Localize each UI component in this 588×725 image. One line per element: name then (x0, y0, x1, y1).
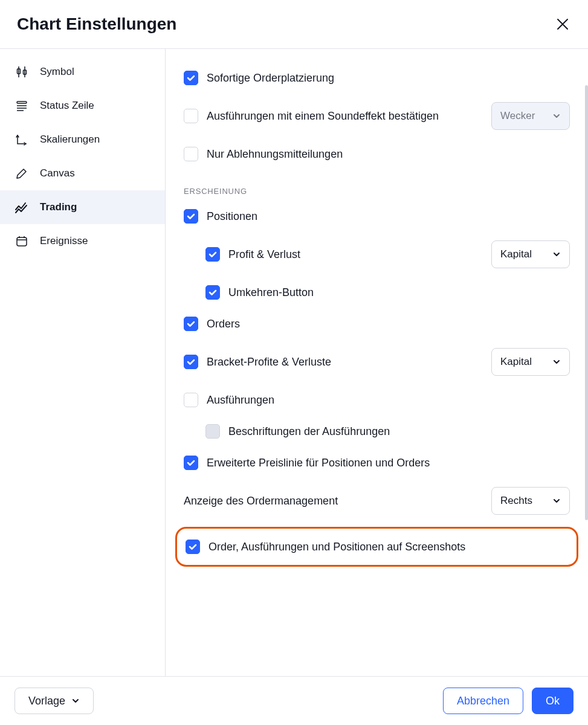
label-instant-order: Sofortige Orderplatzierung (207, 72, 334, 85)
label-executions: Ausführungen (207, 394, 274, 407)
checkbox-orders[interactable] (184, 317, 198, 331)
checkbox-orders-on-screenshots[interactable] (186, 540, 200, 554)
checkbox-execution-labels[interactable] (205, 424, 220, 439)
sidebar-item-label: Skalierungen (40, 134, 100, 146)
candlestick-icon (13, 63, 30, 80)
checkbox-positions[interactable] (184, 209, 198, 224)
select-order-management[interactable]: Rechts (491, 487, 570, 515)
label-bracket: Bracket-Profite & Verluste (207, 356, 331, 369)
template-label: Vorlage (28, 695, 65, 707)
sidebar-item-label: Ereignisse (40, 235, 88, 247)
ok-button[interactable]: Ok (532, 688, 573, 714)
select-value: Rechts (500, 495, 532, 507)
highlighted-setting: Order, Ausführungen und Positionen auf S… (175, 527, 578, 567)
pencil-icon (13, 165, 30, 182)
close-icon (556, 18, 569, 31)
label-order-management: Anzeige des Ordermanagement (184, 495, 338, 507)
sidebar-item-label: Symbol (40, 66, 74, 78)
select-sound[interactable]: Wecker (491, 102, 570, 130)
chevron-down-icon (552, 497, 561, 505)
checkbox-sound-confirm[interactable] (184, 109, 198, 123)
label-sound-confirm: Ausführungen mit einem Soundeffekt bestä… (207, 110, 439, 123)
label-profit-loss: Profit & Verlust (228, 248, 300, 261)
chevron-down-icon (552, 112, 561, 120)
chevron-down-icon (552, 358, 561, 366)
select-value: Wecker (500, 110, 535, 122)
sidebar-item-trading[interactable]: Trading (0, 190, 165, 224)
trading-icon (13, 199, 30, 216)
select-value: Kapital (500, 248, 532, 260)
label-reject-only: Nur Ablehnungsmitteilungen (207, 148, 343, 161)
sidebar-item-events[interactable]: Ereignisse (0, 224, 165, 258)
scrollbar[interactable] (585, 85, 588, 520)
settings-panel: Sofortige Orderplatzierung Ausführungen … (166, 49, 588, 676)
sidebar-item-canvas[interactable]: Canvas (0, 156, 165, 190)
axes-icon (13, 131, 30, 148)
label-positions: Positionen (207, 210, 257, 223)
sidebar-item-label: Canvas (40, 167, 75, 179)
checkbox-reverse-button[interactable] (205, 285, 220, 300)
label-orders-on-screenshots: Order, Ausführungen und Positionen auf S… (208, 541, 465, 553)
dialog-title: Chart Einstellungen (17, 14, 176, 34)
close-button[interactable] (554, 16, 571, 33)
template-button[interactable]: Vorlage (15, 688, 94, 714)
checkbox-reject-only[interactable] (184, 147, 198, 161)
sidebar: Symbol Status Zeile Skalierungen (0, 49, 166, 676)
select-value: Kapital (500, 356, 532, 368)
chevron-down-icon (552, 250, 561, 259)
chevron-down-icon (71, 697, 80, 705)
checkbox-bracket[interactable] (184, 355, 198, 369)
calendar-icon (13, 233, 30, 250)
cancel-button[interactable]: Abbrechen (443, 688, 523, 714)
label-extended-priceline: Erweiterte Preislinie für Positionen und… (207, 457, 430, 469)
lines-icon (13, 97, 30, 114)
svg-rect-4 (17, 102, 27, 103)
sidebar-item-scales[interactable]: Skalierungen (0, 123, 165, 156)
checkbox-extended-priceline[interactable] (184, 456, 198, 470)
checkbox-instant-order[interactable] (184, 71, 198, 85)
select-profit-loss[interactable]: Kapital (491, 240, 570, 268)
sidebar-item-status-line[interactable]: Status Zeile (0, 89, 165, 123)
label-orders: Orders (207, 318, 240, 330)
checkbox-executions[interactable] (184, 393, 198, 407)
sidebar-item-label: Trading (40, 201, 77, 213)
checkbox-profit-loss[interactable] (205, 247, 220, 262)
label-execution-labels: Beschriftungen der Ausführungen (228, 425, 390, 438)
svg-rect-8 (17, 237, 27, 246)
label-reverse-button: Umkehren-Button (228, 286, 314, 299)
sidebar-item-label: Status Zeile (40, 100, 94, 112)
select-bracket[interactable]: Kapital (491, 348, 570, 376)
section-appearance: Erscheinung (184, 187, 570, 196)
sidebar-item-symbol[interactable]: Symbol (0, 55, 165, 89)
